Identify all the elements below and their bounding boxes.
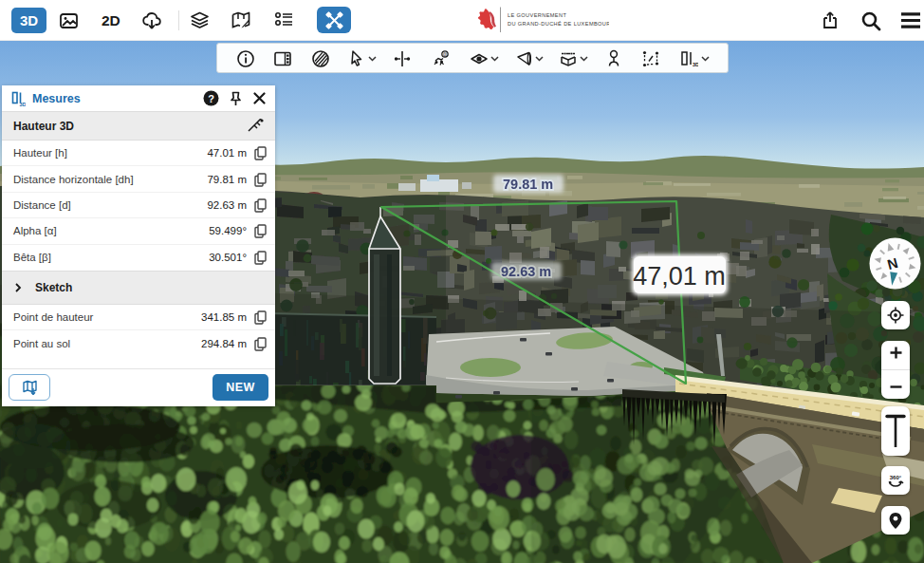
svg-text:3D: 3D (693, 62, 698, 67)
svg-text:?: ? (208, 93, 214, 104)
svg-text:@: @ (442, 51, 447, 57)
svg-text:79.81 m: 79.81 m (503, 177, 553, 192)
svg-text:LE GOUVERNEMENT: LE GOUVERNEMENT (508, 12, 566, 18)
svg-text:360°: 360° (890, 475, 902, 480)
svg-text:3D: 3D (20, 101, 27, 106)
svg-text:92.63 m: 92.63 m (501, 264, 551, 279)
svg-text:47,01 m: 47,01 m (633, 262, 726, 291)
svg-text:DU GRAND-DUCHÉ DE LUXEMBOURG: DU GRAND-DUCHÉ DE LUXEMBOURG (508, 21, 609, 27)
